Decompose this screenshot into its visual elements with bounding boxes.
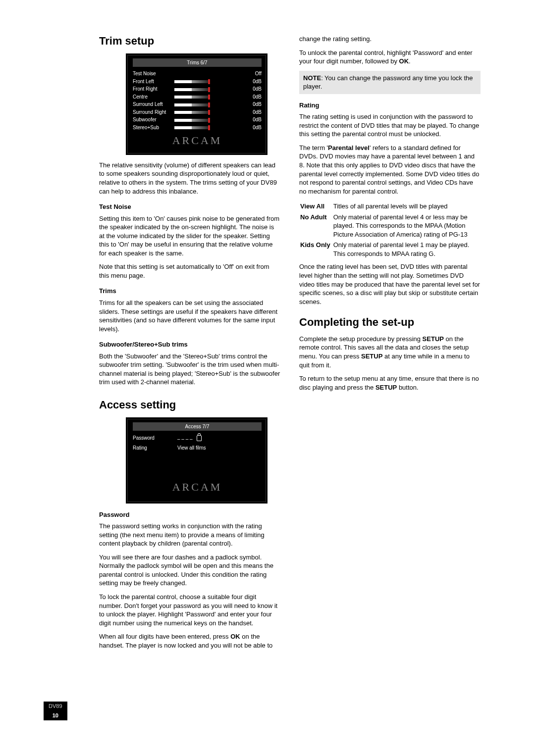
setup-key: SETUP [423,335,444,343]
test-noise-p2: Note that this setting is set automatica… [99,262,280,280]
trim-slider-marker [208,125,210,130]
trim-row-name: Centre [133,93,174,101]
password-p2: You will see there are four dashes and a… [99,553,280,588]
document-page: Trim setup Trims 6/7 Test NoiseOffFront … [0,0,535,756]
rating-heading: Rating [299,101,481,110]
trim-row: Surround Right0dB [133,108,262,116]
trim-slider-marker [208,118,210,123]
arcam-logo: ARCAM [133,133,262,148]
test-noise-heading: Test Noise [99,202,280,211]
trim-row-name: Test Noise [133,70,174,78]
trim-row-name: Surround Right [133,108,174,116]
trim-row-value: 0dB [239,78,262,86]
complete-p2-b: button. [397,384,418,391]
password-p1: The password setting works in conjunctio… [99,522,280,548]
trim-slider-marker [208,79,210,84]
padlock-icon [197,435,202,441]
two-column-layout: Trim setup Trims 6/7 Test NoiseOffFront … [99,34,481,655]
rating-row: Kids OnlyOnly material of parental level… [300,240,480,258]
trims-heading: Trims [99,287,280,296]
note-label: NOTE [303,74,321,82]
trim-row-value: 0dB [239,85,262,93]
rating-row-name: View All [300,202,332,211]
trim-row-bar [174,85,239,93]
complete-p1: Complete the setup procedure by pressing… [299,335,481,369]
trim-row: Subwoofer0dB [133,116,262,124]
trim-slider-marker [208,110,210,115]
trim-row-value: 0dB [239,124,262,132]
rating-p2-a: The term ' [299,144,328,151]
trim-row-bar [174,108,239,116]
complete-p1-a: Complete the setup procedure by pressing [299,335,423,343]
model-label: DV89 [44,702,67,711]
trim-row: Front Left0dB [133,78,262,86]
rating-p2: The term 'Parental level' refers to a st… [299,144,481,196]
trim-row-value: 0dB [239,108,262,116]
rating-row-name: No Adult [300,212,332,240]
access-panel: Access 7/7 Password – – – – Rating View … [126,417,268,504]
trim-slider-marker [208,102,210,107]
trim-row-bar [174,116,239,124]
setup-key: SETUP [375,384,397,391]
trim-row: Front Right0dB [133,85,262,93]
trim-intro-text: The relative sensitivity (volume) of dif… [99,161,280,196]
trim-slider [174,126,209,129]
rating-row-desc: Titles of all parental levels will be pl… [333,202,480,211]
trim-row-name: Stereo+Sub [133,124,174,132]
subwoofer-p: Both the 'Subwoofer' and the 'Stereo+Sub… [99,352,280,387]
trim-slider [174,80,209,83]
rating-row: View AllTitles of all parental levels wi… [300,202,480,211]
subwoofer-heading: Subwoofer/Stereo+Sub trims [99,340,280,349]
trim-row: Test NoiseOff [133,70,262,78]
trim-table: Test NoiseOffFront Left0dBFront Right0dB… [133,70,262,131]
password-p4: When all four digits have been entered, … [99,632,280,650]
trim-row-value: 0dB [239,93,262,101]
trim-slider [174,96,209,99]
ok-key: OK [230,633,240,640]
rating-row-desc: Only material of parental level 4 or les… [333,212,480,240]
access-setting-heading: Access setting [99,398,280,412]
trim-row: Surround Left0dB [133,101,262,108]
cont1: change the rating setting. [299,35,481,44]
trim-row-bar [174,70,239,78]
trims-p: Trims for all the speakers can be set us… [99,299,280,333]
trim-setup-heading: Trim setup [99,34,280,49]
trim-row-bar [174,78,239,86]
password-dashes: – – – – [177,436,193,442]
trim-panel: Trims 6/7 Test NoiseOffFront Left0dBFron… [126,53,268,155]
complete-p2: To return to the setup menu at any time,… [299,374,481,392]
setup-key: SETUP [361,353,382,360]
page-number: 10 [44,711,67,720]
rating-row: No AdultOnly material of parental level … [300,212,480,240]
rating-p1: The rating setting is used in conjunctio… [299,112,481,139]
trim-row-name: Front Right [133,85,174,93]
trim-row-name: Front Left [133,78,174,86]
right-column: change the rating setting. To unlock the… [299,34,481,655]
trim-row-bar [174,124,239,132]
completing-setup-heading: Completing the set-up [299,315,481,330]
access-rating-value: View all films [177,445,262,452]
rating-row-desc: Only material of parental level 1 may be… [333,240,480,258]
trim-slider [174,119,209,122]
trim-row-value: Off [239,70,262,78]
trim-slider [174,103,209,106]
left-column: Trim setup Trims 6/7 Test NoiseOffFront … [99,34,280,655]
trim-row-value: 0dB [239,101,262,108]
trim-row-bar [174,101,239,108]
test-noise-p1: Setting this item to 'On' causes pink no… [99,214,280,258]
page-footer-tag: DV89 10 [44,702,67,720]
trim-slider [174,88,209,91]
note-box: NOTE: You can change the password any ti… [299,71,481,94]
trim-row-bar [174,93,239,101]
rating-after: Once the rating level has been set, DVD … [299,262,481,306]
trim-row: Stereo+Sub0dB [133,124,262,132]
access-panel-wrap: Access 7/7 Password – – – – Rating View … [99,417,280,504]
trim-row-name: Surround Left [133,101,174,108]
access-password-row: Password – – – – [133,434,262,444]
password-p4-a: When all four digits have been entered, … [99,633,230,640]
trim-slider-marker [208,87,210,92]
access-panel-title: Access 7/7 [133,422,262,431]
password-p3: To lock the parental control, choose a s… [99,593,280,627]
parental-level-term: Parental level [328,144,370,151]
access-password-value: – – – – [177,435,262,443]
